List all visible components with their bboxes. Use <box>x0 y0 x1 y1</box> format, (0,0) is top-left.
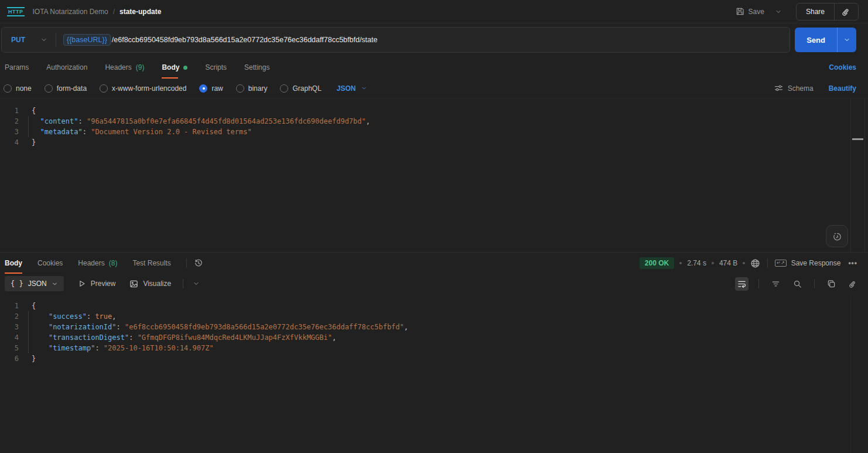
request-url-row: PUT {{baseURL}} /e6f8ccb6950458fd9eb793d… <box>0 23 868 56</box>
mode-binary[interactable]: binary <box>236 84 268 93</box>
response-body-editor: 123456 { "success": true, "notarizationI… <box>0 294 868 453</box>
topbar-actions: Save Share <box>732 3 859 21</box>
method-caret-icon <box>40 36 47 43</box>
response-tab-body[interactable]: Body <box>5 253 22 274</box>
breadcrumb-request-name[interactable]: state-update <box>119 8 161 16</box>
network-info-icon[interactable] <box>750 258 760 268</box>
divider <box>767 258 768 268</box>
divider <box>186 258 187 268</box>
tab-settings[interactable]: Settings <box>244 56 269 79</box>
save-response-button[interactable]: ↵↗ Save Response <box>775 259 840 267</box>
method-label: PUT <box>11 36 25 44</box>
topbar: HTTP IOTA Notarization Demo / state-upda… <box>0 0 868 23</box>
url-bar: PUT {{baseURL}} /e6f8ccb6950458fd9eb793d… <box>1 27 790 53</box>
sliders-icon <box>774 84 783 93</box>
breadcrumb-collection[interactable]: IOTA Notarization Demo <box>33 8 108 16</box>
response-pane: Body Cookies Headers(8) Test Results 200… <box>0 253 868 453</box>
method-select[interactable]: PUT <box>2 36 56 44</box>
mode-graphql[interactable]: GraphQL <box>280 84 321 93</box>
url-input[interactable]: {{baseURL}} /e6f8ccb6950458fd9eb793d8a56… <box>56 34 384 46</box>
mode-raw[interactable]: raw <box>199 84 223 93</box>
response-history-icon[interactable] <box>194 258 203 268</box>
image-icon <box>129 280 138 288</box>
response-scroll-gutter <box>850 296 851 453</box>
http-collection-icon: HTTP <box>7 7 25 16</box>
divider <box>758 279 759 288</box>
response-meta: 200 OK 2.74 s 474 B ↵↗ Save Response ••• <box>640 257 860 269</box>
mode-x-www-form-urlencoded[interactable]: x-www-form-urlencoded <box>100 84 186 93</box>
mode-none[interactable]: none <box>4 84 32 93</box>
overview-marker <box>852 138 863 140</box>
status-badge: 200 OK <box>640 257 674 269</box>
response-tools-right <box>735 277 860 291</box>
body-modified-dot <box>183 66 187 70</box>
response-line-numbers: 123456 <box>0 294 26 453</box>
response-toolbar: { } JSON Preview Visualize <box>0 274 868 294</box>
save-button[interactable]: Save <box>732 5 768 18</box>
response-headers-count: (8) <box>109 259 118 267</box>
beautify-button[interactable]: Beautify <box>829 84 856 93</box>
filter-icon[interactable] <box>769 277 782 291</box>
mode-row-right: Schema Beautify <box>774 84 856 93</box>
response-code-area[interactable]: { "success": true, "notarizationId": "e6… <box>26 294 868 453</box>
response-more-menu[interactable]: ••• <box>846 259 860 267</box>
editor-overview-ruler[interactable] <box>850 98 865 252</box>
link-icon[interactable] <box>846 277 860 291</box>
send-options-button[interactable] <box>837 28 856 52</box>
radio-icon <box>45 84 53 93</box>
request-line-numbers: 1234 <box>0 98 26 252</box>
response-size: 474 B <box>719 259 737 267</box>
share-button[interactable]: Share <box>797 8 834 16</box>
response-tab-cookies[interactable]: Cookies <box>37 253 63 274</box>
tab-headers[interactable]: Headers(9) <box>105 56 144 79</box>
separator-dot <box>712 262 714 264</box>
visualize-button[interactable]: Visualize <box>129 280 171 288</box>
save-response-icon: ↵↗ <box>775 260 786 267</box>
request-code-area[interactable]: { "content": "96a5447815a0bf0e7efa66845f… <box>26 98 868 252</box>
response-tab-test-results[interactable]: Test Results <box>132 253 170 274</box>
divider <box>183 279 183 288</box>
preview-button[interactable]: Preview <box>78 280 116 288</box>
send-button[interactable]: Send <box>795 28 837 52</box>
radio-icon <box>100 84 108 93</box>
response-tab-headers[interactable]: Headers(8) <box>78 253 117 274</box>
breadcrumb-separator: / <box>113 8 115 16</box>
url-path: /e6f8ccb6950458fd9eb793d8a566d15a2e0772d… <box>112 36 378 44</box>
search-icon[interactable] <box>791 277 804 291</box>
postbot-button[interactable] <box>826 225 848 247</box>
response-view-caret[interactable] <box>193 280 200 287</box>
separator-dot <box>743 262 745 264</box>
request-tabs: Params Authorization Headers(9) Body Scr… <box>0 56 868 79</box>
headers-count: (9) <box>136 63 145 71</box>
request-body-editor: 1234 { "content": "96a5447815a0bf0e7efa6… <box>0 98 868 253</box>
copy-link-icon[interactable] <box>835 7 858 16</box>
save-label: Save <box>749 8 764 16</box>
url-variable-chip: {{baseURL}} <box>63 34 111 46</box>
divider <box>814 279 815 288</box>
tab-params[interactable]: Params <box>5 56 29 79</box>
breadcrumb: IOTA Notarization Demo / state-update <box>33 8 162 16</box>
copy-icon[interactable] <box>825 277 838 291</box>
braces-icon: { } <box>11 280 23 288</box>
tab-scripts[interactable]: Scripts <box>205 56 227 79</box>
tab-body[interactable]: Body <box>162 56 187 79</box>
save-options-button[interactable] <box>770 6 787 18</box>
cookies-link[interactable]: Cookies <box>829 63 856 71</box>
radio-icon <box>4 84 12 93</box>
raw-language-select[interactable]: JSON <box>337 84 367 93</box>
radio-selected-icon <box>199 84 207 93</box>
mode-form-data[interactable]: form-data <box>45 84 87 93</box>
radio-icon <box>236 84 244 93</box>
response-time: 2.74 s <box>687 259 706 267</box>
response-format-select[interactable]: { } JSON <box>5 276 64 291</box>
share-group: Share <box>796 3 859 21</box>
tab-authorization[interactable]: Authorization <box>46 56 87 79</box>
save-icon <box>736 7 744 16</box>
radio-icon <box>280 84 288 93</box>
play-icon <box>78 280 86 288</box>
body-mode-row: none form-data x-www-form-urlencoded raw… <box>0 79 868 98</box>
separator-dot <box>679 262 682 264</box>
schema-button[interactable]: Schema <box>774 84 814 93</box>
wrap-text-icon[interactable] <box>735 277 749 291</box>
response-tabs: Body Cookies Headers(8) Test Results 200… <box>0 253 868 274</box>
